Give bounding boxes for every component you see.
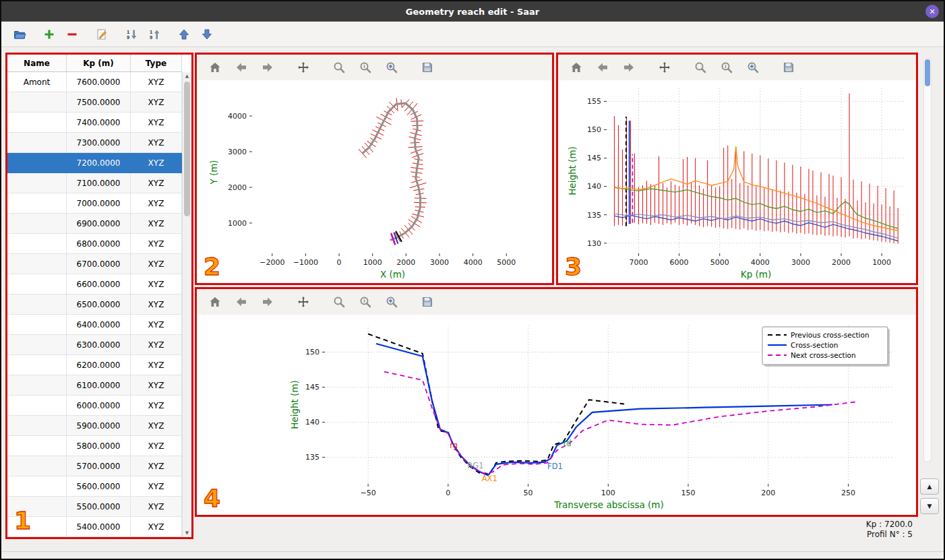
profile-scrollbar[interactable] — [923, 58, 932, 462]
table-scrollbar-thumb[interactable] — [184, 82, 190, 216]
move-up-button[interactable] — [174, 25, 194, 44]
pan-button[interactable] — [295, 293, 312, 311]
plan-view-plot[interactable]: −2000−1000010002000300040005000100020003… — [197, 80, 552, 283]
sort-descending-button[interactable]: 19 — [121, 25, 142, 44]
table-row[interactable]: 6000.0000XYZ — [7, 396, 182, 416]
svg-text:1000: 1000 — [363, 258, 382, 267]
table-row[interactable]: 6400.0000XYZ — [7, 315, 182, 335]
table-row[interactable]: Amont7600.0000XYZ — [7, 72, 182, 92]
svg-text:1000: 1000 — [872, 258, 891, 267]
spin-down-icon: ▼ — [927, 503, 932, 509]
zoom-info-button[interactable]: i — [357, 293, 374, 311]
table-row[interactable]: 6700.0000XYZ — [7, 254, 182, 274]
zoom-region-icon — [746, 61, 760, 74]
table-cell — [7, 214, 67, 234]
zoom-info-button[interactable]: i — [357, 59, 374, 76]
table-row[interactable]: 5400.0000XYZ — [7, 517, 182, 537]
zoom-button[interactable] — [692, 59, 709, 76]
profile-scrollbar-thumb[interactable] — [925, 59, 930, 86]
table-row[interactable]: 7000.0000XYZ — [7, 193, 182, 214]
forward-button[interactable] — [620, 59, 638, 76]
sort-ascending-button[interactable]: 19 — [144, 25, 164, 44]
table-row[interactable]: 5700.0000XYZ — [7, 456, 182, 476]
open-folder-icon — [13, 28, 26, 41]
table-header-name[interactable]: Name — [7, 55, 67, 71]
panel-annotation-3: 3 — [565, 255, 582, 283]
profile-down-button[interactable]: ▼ — [920, 498, 939, 514]
remove-section-button[interactable] — [62, 25, 82, 44]
save-button[interactable] — [419, 293, 436, 311]
home-button[interactable] — [568, 59, 585, 76]
table-row[interactable]: 7300.0000XYZ — [7, 133, 182, 153]
zoom-region-button[interactable] — [744, 59, 762, 76]
forward-button[interactable] — [259, 293, 276, 311]
forward-button[interactable] — [259, 59, 276, 76]
home-button[interactable] — [206, 293, 224, 311]
svg-text:−1000: −1000 — [293, 258, 318, 267]
table-row[interactable]: 5600.0000XYZ — [7, 476, 182, 497]
table-row[interactable]: 7200.0000XYZ — [7, 153, 182, 173]
table-row[interactable]: 7500.0000XYZ — [7, 92, 182, 113]
back-button[interactable] — [233, 293, 250, 311]
panel-annotation-2: 2 — [204, 255, 220, 283]
table-row[interactable]: 6600.0000XYZ — [7, 274, 182, 294]
table-row[interactable]: 6800.0000XYZ — [7, 234, 182, 254]
table-cell: XYZ — [131, 335, 182, 355]
save-button[interactable] — [780, 59, 797, 76]
svg-text:−50: −50 — [361, 489, 376, 497]
svg-text:100: 100 — [601, 489, 615, 497]
table-row[interactable]: 5900.0000XYZ — [7, 416, 182, 436]
zoom-region-button[interactable] — [383, 59, 400, 76]
table-row[interactable]: 7100.0000XYZ — [7, 173, 182, 193]
edit-section-button[interactable] — [92, 25, 112, 44]
table-cell: XYZ — [131, 72, 182, 92]
profile-up-button[interactable]: ▲ — [920, 478, 939, 495]
home-button[interactable] — [206, 59, 224, 76]
table-cell — [7, 396, 67, 416]
table-row[interactable]: 6900.0000XYZ — [7, 214, 182, 234]
table-row[interactable]: 6500.0000XYZ — [7, 294, 182, 315]
table-row[interactable]: 6200.0000XYZ — [7, 355, 182, 375]
table-row[interactable]: 6300.0000XYZ — [7, 335, 182, 355]
cross-section-plot[interactable]: −50050100150200250135140145150Transverse… — [197, 315, 916, 515]
open-folder-button[interactable] — [9, 25, 30, 44]
zoom-info-button[interactable]: i — [718, 59, 735, 76]
svg-text:135: 135 — [587, 211, 601, 220]
back-button[interactable] — [233, 59, 250, 76]
table-cell: 6700.0000 — [67, 254, 131, 274]
svg-text:i: i — [725, 64, 727, 69]
table-row[interactable]: 5800.0000XYZ — [7, 436, 182, 456]
long-profile-plot[interactable]: 7000600050004000300020001000130135140145… — [558, 80, 916, 283]
table-row[interactable]: 6100.0000XYZ — [7, 375, 182, 396]
zoom-region-button[interactable] — [383, 293, 400, 311]
table-cell: XYZ — [131, 274, 182, 294]
scroll-down-icon[interactable]: ▼ — [183, 529, 191, 537]
svg-text:6000: 6000 — [670, 258, 689, 267]
add-section-button[interactable] — [39, 25, 59, 44]
svg-text:AX1: AX1 — [482, 474, 497, 483]
move-down-button[interactable] — [197, 25, 217, 44]
table-cell — [7, 294, 67, 315]
cross-plot-toolbar: i — [197, 289, 916, 315]
table-cell: XYZ — [131, 456, 182, 476]
svg-text:150: 150 — [587, 125, 601, 134]
table-cell — [7, 234, 67, 254]
table-row[interactable]: 5500.0000XYZ — [7, 497, 182, 517]
pan-button[interactable] — [295, 59, 312, 76]
zoom-button[interactable] — [330, 293, 348, 311]
table-header-kp[interactable]: Kp (m) — [67, 55, 131, 71]
table-row[interactable]: 7400.0000XYZ — [7, 113, 182, 133]
sort-descending-icon: 19 — [125, 28, 138, 41]
table-scrollbar[interactable]: ▲ ▼ — [182, 72, 191, 537]
window-title: Geometry reach edit - Saar — [406, 7, 539, 17]
back-button[interactable] — [594, 59, 611, 76]
scroll-up-icon[interactable]: ▲ — [183, 72, 191, 80]
pan-button[interactable] — [656, 59, 673, 76]
pan-icon — [658, 61, 671, 74]
spin-up-icon: ▲ — [927, 483, 932, 490]
svg-text:4000: 4000 — [464, 258, 483, 267]
zoom-button[interactable] — [330, 59, 348, 76]
close-button[interactable]: ✕ — [925, 5, 939, 18]
save-button[interactable] — [419, 59, 436, 76]
table-header-type[interactable]: Type — [131, 55, 182, 71]
